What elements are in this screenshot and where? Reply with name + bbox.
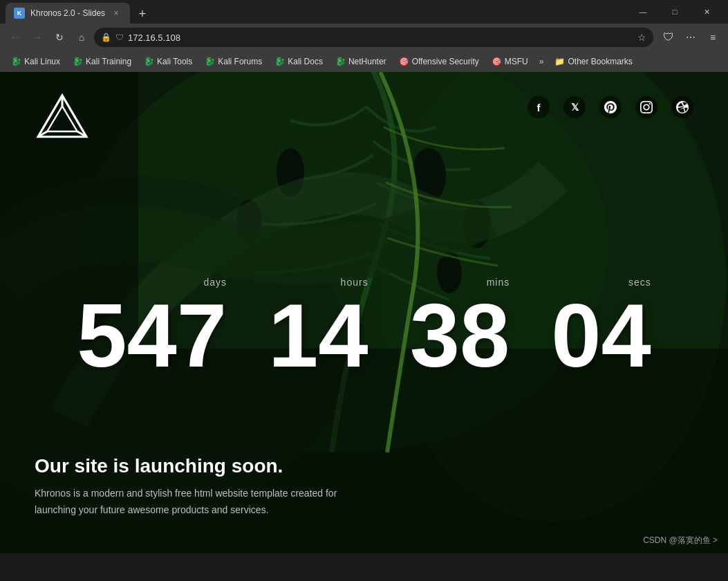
- countdown-hours: hours 14: [268, 277, 368, 380]
- back-button[interactable]: ←: [6, 28, 25, 47]
- bookmark-kali-linux[interactable]: 🐉 Kali Linux: [6, 55, 66, 68]
- bookmark-kali-docs[interactable]: 🐉 Kali Docs: [269, 55, 328, 68]
- launch-desc: Khronos is a modern and stylish free htm…: [35, 486, 380, 519]
- tab-title: Khronos 2.0 - Slides: [30, 8, 105, 18]
- kali-tools-icon: 🐉: [144, 57, 154, 66]
- kali-linux-icon: 🐉: [11, 57, 21, 66]
- dribbble-icon[interactable]: [671, 96, 693, 118]
- nethunter-icon: 🐉: [335, 57, 346, 66]
- refresh-button[interactable]: ↻: [50, 28, 69, 47]
- home-button[interactable]: ⌂: [72, 28, 91, 47]
- logo-area[interactable]: [35, 93, 90, 144]
- msfu-icon: 🎯: [492, 57, 502, 66]
- browser-menu-button[interactable]: ≡: [703, 28, 722, 47]
- twitter-icon[interactable]: 𝕏: [563, 96, 586, 118]
- website-content: f 𝕏 days 547 hours 14 mins: [0, 72, 728, 553]
- forward-button[interactable]: →: [28, 28, 47, 47]
- title-bar: K Khronos 2.0 - Slides × + — □ ✕: [0, 0, 728, 24]
- bookmark-offensive-security[interactable]: 🎯 Offensive Security: [393, 55, 485, 68]
- kali-forums-icon: 🐉: [205, 57, 215, 66]
- browser-chrome: K Khronos 2.0 - Slides × + — □ ✕ ← → ↻ ⌂…: [0, 0, 728, 72]
- bookmark-kali-forums[interactable]: 🐉 Kali Forums: [199, 55, 268, 68]
- shield-icon: 🛡: [115, 33, 124, 42]
- triangle-logo-svg: [35, 93, 90, 141]
- kali-training-icon: 🐉: [73, 57, 83, 66]
- extensions-more-button[interactable]: ⋯: [681, 28, 700, 47]
- bookmark-kali-training[interactable]: 🐉 Kali Training: [67, 55, 137, 68]
- tab-favicon: K: [14, 8, 25, 19]
- folder-icon: 📁: [554, 57, 565, 66]
- address-bar[interactable]: 🔒 🛡 172.16.5.108 ☆: [94, 28, 653, 47]
- maximize-button[interactable]: □: [659, 0, 691, 24]
- watermark: CSDN @落寞的鱼 >: [643, 535, 718, 546]
- extensions-area: 🛡 ⋯ ≡: [659, 28, 722, 47]
- countdown-area: days 547 hours 14 mins 38 secs 04: [0, 277, 728, 380]
- close-button[interactable]: ✕: [691, 0, 722, 24]
- bookmark-other[interactable]: 📁 Other Bookmarks: [549, 55, 637, 68]
- social-icons-group: f 𝕏: [528, 96, 693, 118]
- bookmark-kali-tools[interactable]: 🐉 Kali Tools: [138, 55, 198, 68]
- tab-bar: K Khronos 2.0 - Slides × +: [0, 0, 627, 24]
- days-value: 547: [77, 290, 227, 380]
- hours-value: 14: [268, 290, 368, 380]
- kali-docs-icon: 🐉: [274, 57, 285, 66]
- secs-value: 04: [551, 290, 651, 380]
- pinterest-icon[interactable]: [599, 96, 622, 118]
- facebook-icon[interactable]: f: [528, 96, 550, 118]
- bookmarks-more-button[interactable]: »: [535, 55, 548, 68]
- instagram-icon[interactable]: [635, 96, 657, 118]
- security-icon: 🔒: [101, 33, 111, 42]
- bookmark-nethunter[interactable]: 🐉 NetHunter: [330, 55, 392, 68]
- mins-value: 38: [410, 290, 510, 380]
- minimize-button[interactable]: —: [627, 0, 659, 24]
- active-tab[interactable]: K Khronos 2.0 - Slides ×: [6, 3, 130, 24]
- bookmarks-bar: 🐉 Kali Linux 🐉 Kali Training 🐉 Kali Tool…: [0, 51, 728, 72]
- offensive-security-icon: 🎯: [399, 57, 409, 66]
- tab-close-button[interactable]: ×: [111, 8, 122, 19]
- launch-title: Our site is launching soon.: [35, 455, 380, 477]
- bookmark-msfu[interactable]: 🎯 MSFU: [486, 55, 534, 68]
- text-content: Our site is launching soon. Khronos is a…: [35, 455, 380, 519]
- new-tab-button[interactable]: +: [133, 4, 152, 24]
- bookmark-star-icon[interactable]: ☆: [637, 32, 646, 43]
- countdown-days: days 547: [77, 277, 227, 380]
- shield-extension-button[interactable]: 🛡: [659, 28, 678, 47]
- navigation-bar: ← → ↻ ⌂ 🔒 🛡 172.16.5.108 ☆ 🛡 ⋯ ≡: [0, 24, 728, 51]
- address-text: 172.16.5.108: [128, 33, 633, 43]
- countdown-mins: mins 38: [410, 277, 510, 380]
- window-controls: — □ ✕: [627, 0, 728, 24]
- countdown-secs: secs 04: [551, 277, 651, 380]
